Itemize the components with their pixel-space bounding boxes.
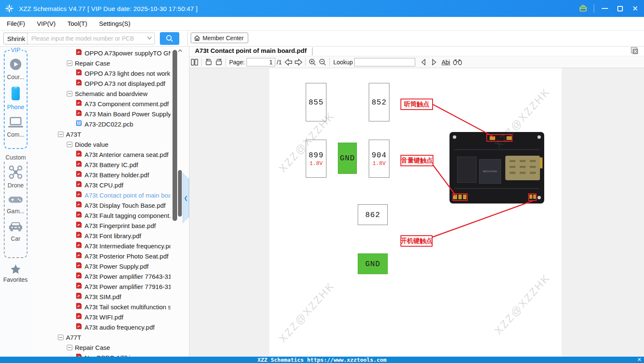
shrink-button[interactable]: Shrink [3,33,29,44]
collapse-minus-icon[interactable] [67,142,72,147]
tree-item-label: A73t Fingerprint base.pdf [85,222,156,229]
app-window: XZZ Schematics V4.77 [ VIP Due date: 202… [0,0,644,363]
pad-855: 855 [306,83,326,121]
tree-file-a73t-display-touch-base-pdf[interactable]: A73t Display Touch Base.pdf [31,200,170,210]
pad-label: 904 [372,151,386,160]
menu-file-f[interactable]: File(F) [7,20,25,27]
member-center-button[interactable]: Member Center [191,33,248,43]
minimize-button[interactable] [600,3,609,14]
sidebar-item-cour[interactable]: Cour... [4,58,27,80]
member-zone: Member Center [187,30,644,47]
lookup-input[interactable] [354,58,415,66]
pad-gnd: GND [358,253,388,274]
category-sidebar: Favorites VIPCour...PhoneCom...CustomDro… [0,47,31,357]
collapse-minus-icon[interactable] [67,91,72,96]
tree-file-a73t-cpu-pdf[interactable]: A73t CPU.pdf [31,180,170,190]
sidebar-item-drone[interactable]: Drone [4,165,27,189]
sidebar-item-gam[interactable]: Gam... [4,194,27,214]
tree-file-a73-component-comment-pdf[interactable]: A73 Component comment.pdf [31,99,170,109]
tree-file-a73t-power-supply-pdf[interactable]: A73t Power Supply.pdf [31,261,170,271]
collapse-chevron-icon: ❮ [184,195,188,201]
rotate-right-icon[interactable] [214,57,224,67]
search-next-icon[interactable] [429,57,439,67]
tree-file-a73t-sim-pdf[interactable]: A73t SIM.pdf [31,292,170,302]
pad-label: 852 [372,98,386,107]
tree-file-a73t-intermediate-frequency-pdf[interactable]: A73t Intermediate frequency.pdf [31,241,170,251]
tree-item-label: A73t Intermediate frequency.pdf [85,242,170,250]
tree-file-a73t-posterior-photo-seat-pdf[interactable]: A73t Posterior Photo Seat.pdf [31,251,170,261]
tree-file-oppo-a73power-supplyto-gnd-pdf[interactable]: OPPO A73power supplyTO GND.pdf [31,48,170,58]
tree-folder-repair-case[interactable]: Repair Case [31,342,170,352]
tree-file-a73t-battery-ic-pdf[interactable]: A73t Battery IC.pdf [31,160,170,170]
menu-vip-v[interactable]: VIP(V) [37,20,55,27]
document-tab[interactable]: A73t Contact point of main board.pdf [195,47,307,54]
tree-file-a73t-contact-point-of-main-board-pdf[interactable]: A73t Contact point of main board.pdf [31,190,170,200]
tree-file-a73t-audio-frequency-pdf[interactable]: A73t audio frequency.pdf [31,322,170,332]
tree-folder-diode-value[interactable]: Diode value [31,139,170,149]
course-play-icon [9,58,22,73]
maximize-button[interactable] [615,3,625,14]
pcb-highlight-box-2 [452,193,468,201]
model-search-input[interactable] [27,33,155,44]
watermark-text: XZZ@XZZHK [492,272,552,337]
scroll-up-arrow-icon[interactable] [178,48,183,53]
tree-file-a73t-wifi-pdf[interactable]: A73t WIFI.pdf [31,312,170,322]
tree-folder-schematic-and-boardview[interactable]: Schematic and boardview [31,88,170,99]
tree-file-oppo-a73-not-displayed-pdf[interactable]: OPPO A73 not displayed.pdf [31,78,170,88]
pdf-file-icon [76,191,82,199]
pdf-viewer[interactable]: 8558528991.8VGND9041.8V862GNDMEDIATEK听筒触… [189,68,644,357]
tree-file-a73t-fingerprint-base-pdf[interactable]: A73t Fingerprint base.pdf [31,220,170,231]
tree-file-a73t-fault-tagging-component-pdf[interactable]: A73t Fault tagging component.pdf [31,210,170,220]
zoom-in-icon[interactable] [307,57,318,67]
tree-file-a73t-font-library-pdf[interactable]: A73t Font library.pdf [31,231,170,241]
tree-scrollbar-thumb[interactable] [173,50,177,221]
zoom-out-icon[interactable] [318,57,328,67]
panel-scrollbar-thumb[interactable] [178,170,182,217]
page-number-input[interactable] [247,58,275,66]
collapse-minus-icon[interactable] [58,335,63,340]
rotate-left-icon[interactable] [203,57,214,67]
pcb-photo: MEDIATEK [449,132,544,204]
pdf-file-icon [76,302,82,311]
tree-file-n-oppo-a77-i[interactable]: N... OPPO A77 i... [31,352,170,357]
search-button[interactable] [160,32,179,45]
tree-folder-a77t[interactable]: A77T [31,332,170,342]
sidebar-item-favorites[interactable]: Favorites [0,263,31,283]
sidebar-item-phone[interactable]: Phone [4,86,27,110]
close-button[interactable]: ✕ [630,3,640,14]
statusbar-close-icon[interactable]: ✕ [637,357,641,363]
search-prev-icon[interactable] [419,57,429,67]
star-icon [9,263,22,275]
tree-file-a73t-power-amplifier-77643-31-pdf[interactable]: A73t Power amplifier 77643-31.pdf [31,271,170,281]
whole-word-binoculars-icon[interactable] [452,57,463,67]
tree-file-a73t-anterior-camera-seat-pdf[interactable]: A73t Anterior camera seat.pdf [31,149,170,160]
collapse-minus-icon[interactable] [67,345,72,350]
tree-file-a73t-tail-socket-multifunction-s-pdf[interactable]: A73t Tail socket multifunction s.pdf [31,302,170,312]
collapse-panel-handle[interactable]: ❮ [183,173,189,223]
pdf-file-icon [76,292,82,301]
tree-file-a73-main-board-power-supply-p-pdf[interactable]: A73 Main Board Power Supply P.pdf [31,109,170,119]
collapse-minus-icon[interactable] [67,60,72,66]
tree-file-a73t-battery-holder-pdf[interactable]: A73t Battery holder.pdf [31,170,170,180]
collapse-minus-icon[interactable] [58,132,63,137]
sidebar-item-car[interactable]: Car [4,220,27,242]
match-case-icon[interactable]: Abi [441,59,450,66]
prev-page-icon[interactable] [283,57,293,67]
two-page-view-icon[interactable] [189,57,200,67]
tree-folder-a73t[interactable]: A73T [31,129,170,139]
chevron-down-icon[interactable] [147,36,152,40]
menu-settings-s[interactable]: Settings(S) [99,20,130,27]
tree-file-oppo-a73-light-does-not-work-pdf[interactable]: OPPO A73 light does not work.pdf [31,68,170,78]
pdf-file-icon [76,262,82,270]
tree-file-a73-2dc022-pcb[interactable]: A73-2DC022.pcb [31,119,170,129]
next-page-icon[interactable] [293,57,304,67]
vip-briefcase-icon[interactable] [578,4,588,13]
menu-tool-t[interactable]: Tool(T) [68,20,88,27]
tree-folder-repair-case[interactable]: Repair Case [31,58,170,68]
watermark-text: XZZ@XZZHK [276,280,337,345]
close-document-icon[interactable] [631,47,639,55]
pdf-file-icon [76,170,82,179]
tree-file-a73t-power-amplifier-77916-31-pdf[interactable]: A73t Power amplifier 77916-31.pdf [31,281,170,292]
sidebar-item-com[interactable]: Com... [4,116,27,138]
menu-bar: File(F)VIP(V)Tool(T)Settings(S) [0,17,644,30]
